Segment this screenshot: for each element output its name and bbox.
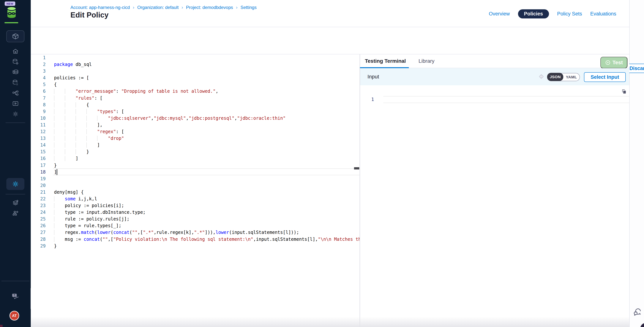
code-line: package db_sql — [54, 61, 359, 68]
format-yaml[interactable]: YAML — [563, 75, 580, 79]
line-number: 3 — [31, 68, 46, 74]
tab-overview[interactable]: Overview — [489, 11, 510, 17]
sidebar-item-db-instances[interactable] — [0, 78, 31, 87]
code-diamond-icon[interactable] — [538, 73, 544, 80]
module-tabs: OverviewPoliciesPolicy SetsEvaluations — [489, 9, 616, 18]
line-number: 13 — [31, 135, 46, 142]
play-circle-icon — [605, 60, 611, 65]
breadcrumb-link[interactable]: Project: demodbdevops — [186, 5, 233, 10]
code-line: regex.match(lower(concat("",[".*",rule.r… — [54, 229, 359, 236]
tab-policy-sets[interactable]: Policy Sets — [557, 11, 582, 17]
line-number: 4 — [31, 74, 46, 81]
overview-ruler-cursor-mark — [354, 167, 359, 169]
home-icon — [12, 48, 19, 55]
executions-play-icon — [12, 100, 19, 107]
sidebar-item-settings-active[interactable] — [6, 178, 24, 190]
layers-gear-icon — [12, 199, 19, 206]
sidebar-item-environments[interactable] — [0, 198, 31, 207]
code-line: policies := [ — [54, 74, 359, 81]
line-number: 27 — [31, 229, 46, 236]
breadcrumb-link[interactable]: Settings — [240, 5, 256, 10]
text-cursor — [57, 169, 57, 175]
code-line: rule := policy.rules[j]; — [54, 216, 359, 222]
page-right-gutter — [629, 0, 644, 327]
new-badge: NEW — [5, 1, 15, 6]
select-input-label: Select Input — [590, 74, 619, 80]
code-line: "types": [ — [54, 108, 359, 115]
chat-bubbles-icon[interactable] — [632, 307, 642, 317]
code-line: } — [54, 243, 359, 249]
code-line: "rules": [ — [54, 95, 359, 101]
line-number: 6 — [31, 88, 46, 95]
test-button[interactable]: Test — [600, 57, 628, 68]
code-line: policy := policies[i]; — [54, 202, 359, 209]
database-stack-icon — [12, 69, 19, 76]
corner-artifact — [0, 325, 2, 327]
breadcrumb: Account: app-harness-ng-cicd›Organizatio… — [70, 5, 256, 10]
code-line: "regex": [ — [54, 128, 359, 135]
line-number: 24 — [31, 209, 46, 216]
format-toggle: JSONYAML — [547, 73, 580, 81]
code-line: "error_message": "Dropping of table is n… — [54, 88, 359, 95]
code-line: { — [54, 101, 359, 108]
input-current-line — [383, 96, 629, 103]
settings-gear-icon — [12, 111, 19, 117]
sidebar-item-db-stack[interactable] — [0, 68, 31, 77]
breadcrumb-separator-icon: › — [236, 5, 238, 10]
line-number: 19 — [31, 175, 46, 182]
policy-toolbar: New Policy - 02/24 - 16:19 Save Discard — [31, 27, 629, 54]
org-settings-icon — [12, 210, 19, 216]
sidebar-item-db-config[interactable] — [0, 57, 31, 66]
database-dots-icon — [12, 79, 19, 86]
harness-db-logo-icon[interactable] — [6, 6, 17, 19]
tab-library[interactable]: Library — [418, 58, 434, 64]
select-input-button[interactable]: Select Input — [584, 72, 626, 82]
editor-gutter: 1234567891011121314151617181920212223242… — [31, 54, 46, 249]
line-number: 1 — [31, 54, 46, 61]
code-line: { — [54, 81, 359, 88]
tab-testing-terminal[interactable]: Testing Terminal — [365, 58, 406, 64]
breadcrumb-separator-icon: › — [133, 5, 134, 10]
breadcrumb-link[interactable]: Account: app-harness-ng-cicd — [70, 5, 130, 10]
sidebar-item-executions[interactable] — [0, 99, 31, 108]
sidebar-item-help[interactable]: ? — [0, 292, 31, 301]
page-header: Account: app-harness-ng-cicd›Organizatio… — [31, 0, 629, 27]
line-number: 12 — [31, 128, 46, 135]
line-number: 29 — [31, 243, 46, 249]
line-number: 20 — [31, 182, 46, 189]
avatar-initials: AT — [12, 314, 16, 318]
sidebar-item-org-settings[interactable] — [0, 209, 31, 218]
line-number: 2 — [31, 61, 46, 68]
code-line: deny[msg] { — [54, 189, 359, 196]
format-json[interactable]: JSON — [547, 73, 563, 81]
sidebar-divider — [6, 194, 25, 194]
sidebar-item-home[interactable] — [0, 47, 31, 56]
line-number: 21 — [31, 189, 46, 196]
line-number: 22 — [31, 196, 46, 202]
breadcrumb-link[interactable]: Organization: default — [137, 5, 178, 10]
input-label: Input — [368, 74, 379, 80]
line-number: 11 — [31, 122, 46, 128]
database-gear-icon — [12, 58, 19, 65]
line-number: 9 — [31, 108, 46, 115]
rp-tabs: Test Testing TerminalLibrary — [360, 54, 629, 68]
line-number: 28 — [31, 236, 46, 243]
avatar[interactable]: AT — [10, 311, 19, 321]
discard-label: Discard — [630, 65, 644, 71]
sidebar-item-project-settings[interactable] — [0, 109, 31, 118]
settings-gear-active-icon — [12, 180, 19, 188]
tab-policies[interactable]: Policies — [518, 9, 549, 18]
test-label: Test — [612, 60, 623, 65]
sidebar-item-module-cube[interactable] — [6, 30, 24, 42]
sidebar-item-pipelines[interactable] — [0, 89, 31, 98]
code-line: ] — [54, 155, 359, 162]
code-line — [54, 68, 359, 74]
breadcrumb-separator-icon: › — [182, 5, 183, 10]
code-line — [54, 182, 359, 189]
input-editor[interactable]: 1 — [360, 85, 629, 327]
testing-panel: Test Testing TerminalLibrary Input JSONY… — [360, 54, 629, 327]
tab-evaluations[interactable]: Evaluations — [590, 11, 616, 17]
code-line: "jdbc:sqlserver","jdbc:mysql","jdbc:post… — [54, 115, 359, 122]
code-line — [54, 175, 359, 182]
policy-code-editor[interactable]: 1234567891011121314151617181920212223242… — [31, 54, 360, 327]
